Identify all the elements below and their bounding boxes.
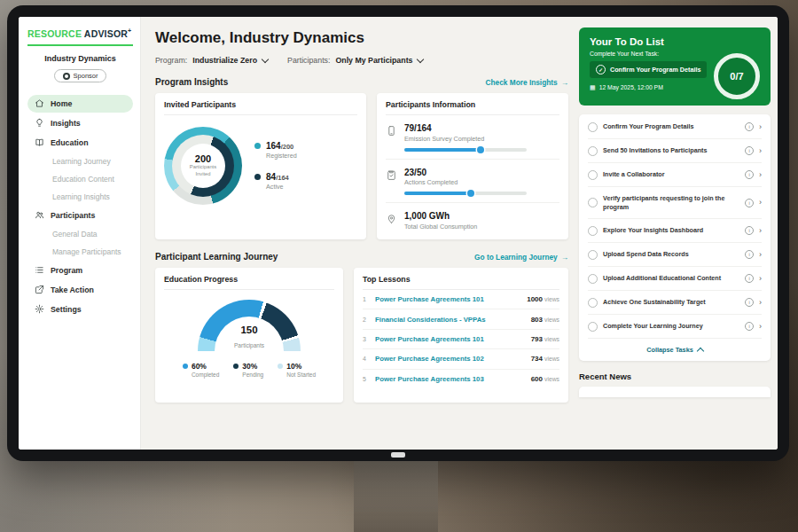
task-checkbox[interactable]	[588, 274, 598, 284]
task-checkbox[interactable]	[588, 146, 598, 156]
info-icon[interactable]: i	[745, 122, 754, 131]
sidebar-item-general-data[interactable]: General Data	[27, 225, 133, 242]
legend-item-registered: 164/200 Registered	[254, 141, 297, 160]
org-name: Industry Dynamics	[27, 54, 133, 63]
logo-plus: +	[128, 27, 131, 34]
sidebar-item-label: Program	[51, 266, 82, 275]
arrow-right-icon: →	[561, 78, 568, 87]
card-title: Invited Participants	[164, 100, 357, 115]
task-checkbox[interactable]	[588, 250, 598, 260]
card-title: Participants Information	[386, 100, 559, 115]
logo-text-secondary: ADVISOR	[84, 28, 128, 39]
clipboard-check-icon	[386, 169, 397, 181]
sponsor-badge-label: Sponsor	[74, 72, 98, 80]
legend-dot	[254, 143, 261, 149]
info-icon[interactable]: i	[745, 250, 754, 259]
legend-dot	[254, 174, 261, 180]
chevron-down-icon	[262, 55, 269, 62]
sidebar-item-education-content[interactable]: Education Content	[27, 170, 133, 187]
task-checkbox[interactable]	[588, 170, 598, 180]
chevron-right-icon: ›	[759, 199, 762, 207]
chevron-up-icon	[697, 348, 704, 355]
task-checkbox[interactable]	[588, 298, 598, 308]
task-row-send-invitations[interactable]: Send 50 Invitations to Participants i ›	[588, 139, 762, 163]
stat-global-consumption: 1,000 GWh Total Global Consumption	[386, 203, 559, 238]
monitor-stand	[354, 457, 438, 532]
sidebar-item-learning-insights[interactable]: Learning Insights	[27, 188, 133, 205]
monitor-bezel: RESOURCE ADVISOR+ Industry Dynamics Spon…	[7, 5, 789, 461]
location-pin-icon	[386, 213, 397, 224]
check-more-insights-link[interactable]: Check More Insights →	[486, 78, 568, 87]
chevron-right-icon: ›	[759, 323, 762, 331]
calendar-icon: ▦	[590, 84, 596, 90]
sidebar: RESOURCE ADVISOR+ Industry Dynamics Spon…	[19, 17, 141, 450]
lesson-row: 4 Power Purchase Agreements 102 734views	[363, 349, 559, 369]
chevron-down-icon	[417, 55, 424, 62]
sidebar-item-insights[interactable]: Insights	[27, 114, 133, 132]
lesson-link[interactable]: Power Purchase Agreements 103	[375, 375, 525, 383]
program-select[interactable]: Industrialize Zero	[192, 56, 268, 65]
task-checkbox[interactable]	[588, 198, 598, 207]
invited-participants-card: Invited Participants 200 Participants In…	[155, 93, 366, 239]
task-row-verify-participants[interactable]: Verify participants requesting to join t…	[588, 187, 762, 219]
task-row-invite-collaborator[interactable]: Invite a Collaborator i ›	[588, 163, 762, 187]
participants-select[interactable]: Only My Participants	[335, 56, 423, 65]
collapse-tasks-link[interactable]: Collapse Tasks	[588, 339, 762, 358]
lesson-link[interactable]: Financial Considerations - VPPAs	[375, 316, 525, 324]
info-icon[interactable]: i	[745, 274, 754, 283]
survey-device-icon	[386, 125, 397, 137]
sidebar-item-education[interactable]: Education	[27, 134, 133, 152]
monitor-power-notch	[391, 452, 405, 458]
task-row-achieve-target[interactable]: Achieve One Sustainability Target i ›	[588, 291, 762, 315]
todo-card: Your To Do List Complete Your Next Task:…	[579, 27, 771, 106]
task-checkbox[interactable]	[588, 122, 598, 132]
sidebar-item-settings[interactable]: Settings	[27, 301, 133, 318]
sidebar-item-take-action[interactable]: Take Action	[27, 281, 133, 299]
info-icon[interactable]: i	[745, 199, 754, 207]
lesson-link[interactable]: Power Purchase Agreements 102	[375, 355, 525, 363]
task-list-card: Confirm Your Program Details i › Send 50…	[579, 114, 771, 361]
lesson-link[interactable]: Power Purchase Agreements 101	[375, 335, 525, 343]
filter-bar: Program: Industrialize Zero Participants…	[155, 56, 568, 65]
sidebar-item-manage-participants[interactable]: Manage Participants	[27, 243, 133, 260]
info-icon[interactable]: i	[745, 146, 754, 155]
home-icon	[35, 98, 44, 108]
lesson-row: 5 Power Purchase Agreements 103 600views	[363, 370, 559, 388]
legend-item-active: 84/164 Active	[254, 172, 297, 191]
todo-column: Your To Do List Complete Your Next Task:…	[579, 27, 771, 450]
participants-filter-label: Participants:	[287, 56, 330, 65]
task-row-upload-educational-content[interactable]: Upload Additional Educational Content i …	[588, 267, 762, 291]
task-row-complete-learning-journey[interactable]: Complete Your Learning Journey i ›	[588, 315, 762, 339]
lesson-link[interactable]: Power Purchase Agreements 101	[375, 295, 520, 303]
card-title: Top Lessons	[363, 275, 559, 290]
task-checkbox[interactable]	[588, 226, 598, 236]
legend-item-not-started: 10% Not Started	[278, 362, 316, 378]
logo-text-primary: RESOURCE	[27, 28, 82, 39]
sidebar-item-program[interactable]: Program	[27, 262, 133, 279]
info-icon[interactable]: i	[745, 226, 754, 235]
info-icon[interactable]: i	[745, 322, 754, 331]
info-icon[interactable]: i	[745, 170, 754, 179]
info-icon[interactable]: i	[745, 298, 754, 307]
task-row-upload-spend-data[interactable]: Upload Spend Data Records i ›	[588, 243, 762, 267]
lesson-row: 1 Power Purchase Agreements 101 1000view…	[363, 290, 559, 309]
task-row-confirm-program[interactable]: Confirm Your Program Details i ›	[588, 115, 762, 139]
stat-actions-completed: 23/50 Actions Completed	[386, 160, 559, 204]
task-row-explore-insights[interactable]: Explore Your Insights Dashboard i ›	[588, 219, 762, 243]
task-checkbox[interactable]	[588, 322, 598, 332]
legend-dot	[278, 364, 283, 369]
page-title: Welcome, Industry Dynamics	[155, 29, 568, 47]
sponsor-icon	[63, 73, 70, 80]
next-task-pill[interactable]: ✓ Confirm Your Program Details	[590, 61, 707, 78]
todo-progress-ring: 0/7	[714, 53, 760, 99]
lightbulb-icon	[35, 118, 44, 128]
education-gauge-chart: 150 Participants	[198, 300, 301, 351]
chevron-right-icon: ›	[759, 171, 762, 179]
sidebar-item-home[interactable]: Home	[27, 95, 133, 113]
chevron-right-icon: ›	[759, 299, 762, 307]
sidebar-item-learning-journey[interactable]: Learning Journey	[27, 153, 133, 169]
sponsor-badge[interactable]: Sponsor	[54, 69, 107, 82]
go-to-learning-journey-link[interactable]: Go to Learning Journey →	[474, 253, 568, 262]
chevron-right-icon: ›	[759, 227, 762, 235]
sidebar-item-participants[interactable]: Participants	[27, 207, 133, 224]
